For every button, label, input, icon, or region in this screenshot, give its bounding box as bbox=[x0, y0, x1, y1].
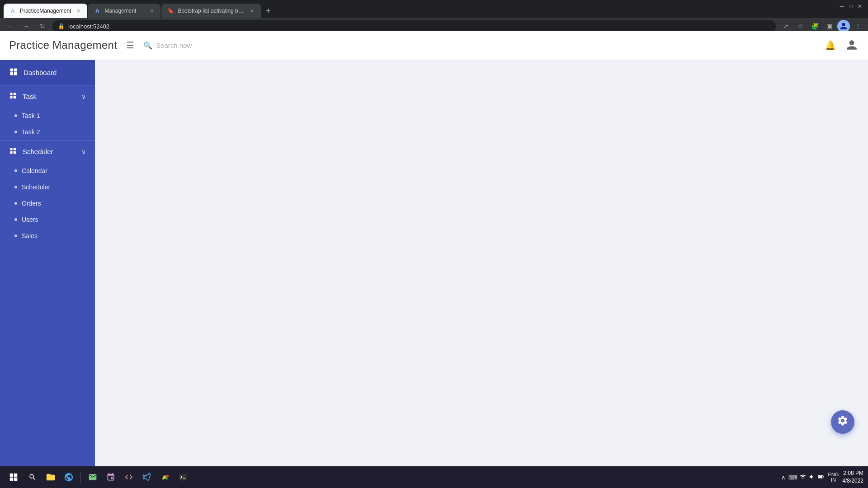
taskbar-right: ∧ ⌨ ENG IN 2:08 PM 4/8/2022 bbox=[781, 469, 863, 485]
taskbar-terminal[interactable] bbox=[175, 469, 191, 485]
notification-button[interactable]: 🔔 bbox=[823, 38, 837, 52]
taskbar-chrome[interactable] bbox=[157, 469, 173, 485]
tray-chevron[interactable]: ∧ bbox=[781, 474, 786, 481]
sales-label: Sales bbox=[22, 232, 38, 239]
taskbar-dev-tools[interactable] bbox=[121, 469, 137, 485]
minimize-button[interactable]: ─ bbox=[838, 3, 845, 10]
svg-rect-14 bbox=[10, 478, 14, 481]
svg-rect-10 bbox=[10, 151, 12, 154]
security-icon: 🔒 bbox=[58, 23, 65, 29]
tab-bar: A PracticeManagement ✕ A Management ✕ 🔖 … bbox=[0, 0, 868, 18]
sidebar-scheduler-label: Scheduler bbox=[23, 148, 53, 155]
system-time[interactable]: 2:08 PM 4/8/2022 bbox=[842, 469, 863, 485]
svg-rect-9 bbox=[14, 148, 16, 150]
tab-label-3: Bootstrap list activating both me... bbox=[178, 8, 245, 14]
task1-dot bbox=[14, 114, 17, 117]
window-controls: ─ □ ✕ bbox=[838, 3, 863, 10]
search-area[interactable]: 🔍 Search now bbox=[143, 41, 192, 50]
page-title: Practice Management bbox=[9, 39, 117, 52]
keyboard-icon[interactable]: ⌨ bbox=[788, 474, 797, 481]
battery-icon[interactable] bbox=[818, 474, 824, 481]
scheduler-items: Calendar Scheduler Orders Users Sales bbox=[0, 163, 95, 244]
tab-icon-1: A bbox=[9, 7, 16, 14]
taskbar-package[interactable] bbox=[103, 469, 119, 485]
sidebar: Dashboard Task ∨ Task 1 bbox=[0, 60, 95, 488]
sidebar-item-users[interactable]: Users bbox=[0, 211, 95, 228]
system-tray: ∧ ⌨ bbox=[781, 474, 824, 481]
tab-close-3[interactable]: ✕ bbox=[248, 7, 255, 14]
svg-rect-8 bbox=[10, 148, 12, 150]
sidebar-item-dashboard[interactable]: Dashboard bbox=[0, 60, 95, 85]
svg-rect-22 bbox=[819, 475, 822, 478]
sidebar-scheduler-header[interactable]: Scheduler ∨ bbox=[0, 141, 95, 163]
calendar-dot bbox=[14, 169, 17, 172]
users-label: Users bbox=[22, 216, 38, 223]
orders-label: Orders bbox=[22, 200, 41, 207]
menu-toggle-button[interactable]: ☰ bbox=[126, 40, 134, 51]
svg-rect-13 bbox=[14, 474, 18, 477]
start-button[interactable] bbox=[5, 468, 23, 486]
svg-rect-3 bbox=[14, 72, 17, 75]
taskbar-separator bbox=[80, 472, 81, 483]
svg-rect-7 bbox=[14, 96, 16, 99]
taskbar-vscode[interactable] bbox=[139, 469, 155, 485]
tab-close-1[interactable]: ✕ bbox=[75, 7, 82, 14]
sidebar-item-sales[interactable]: Sales bbox=[0, 228, 95, 244]
content-area bbox=[95, 60, 868, 488]
svg-rect-11 bbox=[14, 151, 16, 154]
taskbar-mail[interactable] bbox=[85, 469, 101, 485]
tab-close-2[interactable]: ✕ bbox=[148, 7, 155, 14]
tab-label-2: Management bbox=[104, 8, 144, 14]
svg-rect-0 bbox=[10, 69, 14, 72]
task-icon bbox=[9, 92, 17, 101]
dashboard-icon bbox=[9, 67, 18, 78]
svg-rect-21 bbox=[823, 476, 824, 477]
sidebar-item-task1[interactable]: Task 1 bbox=[0, 108, 95, 124]
svg-rect-4 bbox=[10, 93, 12, 95]
settings-fab-button[interactable] bbox=[831, 410, 854, 434]
task2-label: Task 2 bbox=[22, 128, 40, 136]
tab-management[interactable]: A Management ✕ bbox=[88, 4, 160, 18]
orders-dot bbox=[14, 202, 17, 205]
taskbar-browser-icon[interactable] bbox=[61, 469, 77, 485]
sidebar-section-scheduler: Scheduler ∨ Calendar Scheduler Orders bbox=[0, 140, 95, 244]
svg-rect-12 bbox=[10, 474, 14, 477]
close-button[interactable]: ✕ bbox=[856, 3, 863, 10]
svg-rect-6 bbox=[10, 96, 12, 99]
scheduler-chevron-icon: ∨ bbox=[81, 148, 86, 155]
svg-rect-5 bbox=[14, 93, 16, 95]
bell-icon: 🔔 bbox=[825, 40, 836, 51]
tab-label-1: PracticeManagement bbox=[20, 8, 71, 14]
taskbar: ∧ ⌨ ENG IN 2:08 PM 4/8/2022 bbox=[0, 466, 868, 488]
search-icon: 🔍 bbox=[143, 41, 152, 50]
svg-rect-2 bbox=[10, 72, 14, 75]
search-placeholder: Search now bbox=[156, 42, 192, 49]
user-avatar-button[interactable] bbox=[844, 38, 859, 52]
taskbar-search-button[interactable] bbox=[24, 469, 41, 485]
svg-rect-1 bbox=[14, 69, 17, 72]
new-tab-button[interactable]: + bbox=[262, 5, 274, 17]
sidebar-task-header[interactable]: Task ∨ bbox=[0, 85, 95, 108]
tab-icon-3: 🔖 bbox=[167, 7, 174, 14]
taskbar-file-explorer[interactable] bbox=[42, 469, 59, 485]
volume-icon[interactable] bbox=[809, 474, 815, 481]
sidebar-item-orders[interactable]: Orders bbox=[0, 195, 95, 211]
scheduler-dot bbox=[14, 186, 17, 188]
tab-icon-2: A bbox=[94, 7, 101, 14]
calendar-label: Calendar bbox=[22, 167, 47, 174]
language-indicator[interactable]: ENG IN bbox=[828, 472, 839, 483]
sidebar-item-calendar[interactable]: Calendar bbox=[0, 163, 95, 179]
browser-chrome: A PracticeManagement ✕ A Management ✕ 🔖 … bbox=[0, 0, 868, 31]
task-chevron-icon: ∨ bbox=[81, 93, 86, 100]
maximize-button[interactable]: □ bbox=[847, 3, 854, 10]
sidebar-item-scheduler[interactable]: Scheduler bbox=[0, 179, 95, 195]
app-header: Practice Management ☰ 🔍 Search now 🔔 bbox=[0, 31, 868, 60]
tab-practice-management[interactable]: A PracticeManagement ✕ bbox=[4, 4, 87, 18]
sidebar-section-task: Task ∨ Task 1 Task 2 bbox=[0, 85, 95, 140]
tab-bootstrap[interactable]: 🔖 Bootstrap list activating both me... ✕ bbox=[161, 4, 261, 18]
wifi-icon[interactable] bbox=[800, 474, 806, 481]
svg-rect-15 bbox=[14, 478, 18, 481]
task-items: Task 1 Task 2 bbox=[0, 108, 95, 140]
sidebar-item-task2[interactable]: Task 2 bbox=[0, 124, 95, 140]
main-layout: Dashboard Task ∨ Task 1 bbox=[0, 60, 868, 488]
